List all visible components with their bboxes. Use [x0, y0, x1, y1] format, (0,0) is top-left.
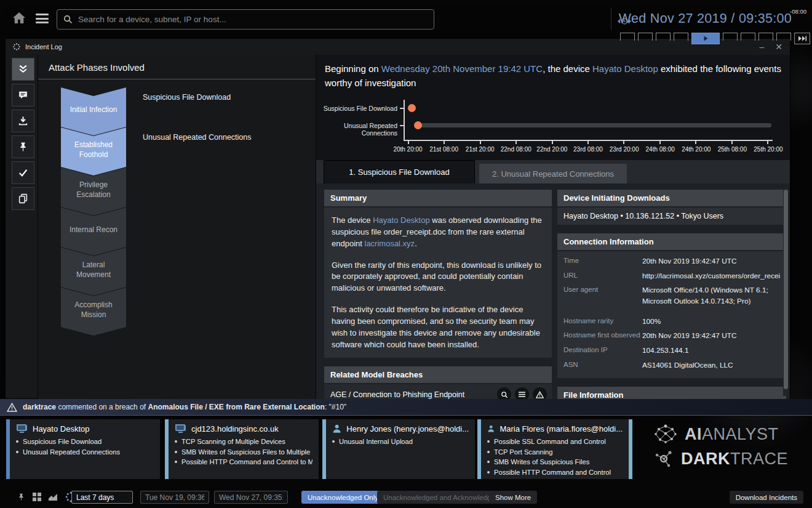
info-row: Time20th Nov 2019 19:42:47 UTC: [557, 254, 786, 269]
play-icon: [703, 36, 709, 41]
playback-button[interactable]: [758, 33, 773, 41]
filter-unacknowledged-only-button[interactable]: Unacknowledged Only: [301, 491, 384, 504]
expand-all-button[interactable]: [12, 58, 34, 81]
info-row: User agentMicrosoft Office/14.0 (Windows…: [557, 283, 786, 308]
playback-controls: [620, 33, 810, 44]
play-button[interactable]: [691, 33, 720, 44]
phase-event-label: Suspicious File Download: [143, 93, 231, 102]
timeline-x-ticks: [408, 141, 768, 144]
user-icon: [487, 424, 495, 433]
breach-notification-bar[interactable]: darktrace commented on a breach of Anoma…: [0, 399, 812, 416]
incident-card-henry-jones[interactable]: Henry Jones (henry.jones@holdi... Unusua…: [322, 419, 475, 479]
related-breaches-header: Related Model Breaches: [324, 366, 552, 383]
breach-details-button[interactable]: [515, 387, 529, 399]
playback-button[interactable]: [741, 33, 755, 41]
darktrace-threat-visualizer: Wed Nov 27 2019 / 09:35:00 -08:00 Incide…: [0, 0, 812, 508]
incident-card-maria-flores[interactable]: Maria Flores (maria.flores@holdi... Poss…: [477, 419, 629, 479]
start-datetime-input[interactable]: [140, 491, 209, 504]
incident-detail-panel: Beginning on Wednesday 20th November 19:…: [316, 55, 790, 399]
endpoint-link[interactable]: lacrimosal.xyz: [365, 239, 415, 248]
incident-card-cjd123[interactable]: cjd123.holdingsinc.co.uk TCP Scanning of…: [165, 419, 319, 479]
playback-button[interactable]: [656, 33, 671, 41]
summary-header: Summary: [324, 190, 552, 206]
acknowledge-button[interactable]: [12, 161, 34, 184]
breach-row[interactable]: AGE / Connection to Phishing Endpoint: [324, 384, 552, 399]
download-button[interactable]: [12, 110, 34, 132]
warning-triangle-icon: [536, 391, 544, 398]
time-range-input[interactable]: [71, 491, 133, 504]
playback-button[interactable]: [674, 33, 688, 41]
scrollbar-thumb[interactable]: [784, 190, 788, 389]
connection-info-header: Connection Information: [557, 233, 786, 250]
card-breach-item: Possible HTTP Command and Control: [487, 467, 623, 478]
show-more-button[interactable]: Show More: [489, 491, 537, 504]
scrollbar-track[interactable]: [783, 188, 789, 396]
download-icon: [18, 116, 28, 126]
desktop-icon: [175, 424, 186, 433]
divider: [611, 8, 611, 30]
file-information-panel: File Information Filenameorder_receipt.d…: [557, 387, 786, 400]
info-row: Hostname rarity100%: [557, 315, 786, 329]
search-breach-button[interactable]: [497, 387, 511, 399]
end-datetime-input[interactable]: [214, 491, 288, 504]
device-link[interactable]: Hayato Desktop: [592, 63, 658, 74]
check-icon: [18, 167, 28, 178]
axis-tick: [400, 108, 404, 109]
timeline-y-axis: [404, 100, 405, 140]
connection-information-panel: Connection Information Time20th Nov 2019…: [557, 233, 786, 378]
pin-button[interactable]: [12, 135, 34, 158]
grid-view-icon[interactable]: [33, 493, 41, 501]
copy-button[interactable]: [12, 187, 34, 210]
pin-icon: [18, 142, 28, 152]
attack-phase-chevrons: Initial Infection Established Foothold P…: [61, 87, 316, 336]
comments-button[interactable]: [12, 84, 34, 107]
card-breach-item: TCP Port Scanning: [487, 447, 623, 458]
skip-to-end-button[interactable]: [794, 33, 810, 44]
card-accent-sliver[interactable]: [629, 419, 632, 479]
timeline-event-dot[interactable]: [408, 104, 416, 112]
card-breach-item: SMB Writes of Suspicious Files: [487, 457, 623, 467]
timeline-duration-bar[interactable]: [417, 123, 771, 127]
incident-time-link[interactable]: Wednesday 20th November 19:42 UTC: [381, 63, 543, 74]
device-initiating-panel: Device Initiating Downloads Hayato Deskt…: [557, 190, 786, 225]
device-link[interactable]: Hayato Desktop: [373, 216, 430, 225]
search-input[interactable]: [78, 15, 428, 24]
card-breach-item: Suspicious File Download: [16, 437, 154, 447]
playback-button[interactable]: [638, 33, 653, 41]
chart-view-icon[interactable]: [48, 493, 58, 501]
window-title: Incident Log: [25, 43, 62, 50]
device-summary-row[interactable]: Hayato Desktop • 10.136.121.52 • Tokyo U…: [557, 208, 786, 225]
card-breach-item: Possible HTTP Command and Control to Mul…: [175, 457, 312, 467]
search-box: [57, 9, 434, 30]
card-breach-item: TCP Scanning of Multiple Devices: [175, 437, 312, 447]
tab-unusual-repeated-connections[interactable]: 2. Unusual Repeated Connections: [479, 164, 627, 183]
bottom-toolbar: Unacknowledged Only Unacknowledged and A…: [0, 486, 812, 508]
timezone-offset: -08:00: [790, 8, 806, 15]
info-row: Hostname first observed20th Nov 2019 19:…: [557, 329, 786, 344]
filter-unacknowledged-and-acknowledged-button[interactable]: Unacknowledged and Acknowledged: [377, 491, 505, 504]
tab-content: Summary The device Hayato Desktop was ob…: [316, 183, 790, 399]
phase-initial-infection[interactable]: Initial Infection: [61, 87, 126, 135]
playback-button[interactable]: [620, 33, 635, 41]
tab-suspicious-file-download[interactable]: 1. Suspicious File Download: [324, 160, 475, 183]
timeline-event-dot[interactable]: [414, 121, 422, 129]
darktrace-logo: DARKTRACE: [653, 446, 788, 471]
incident-card-hayato-desktop[interactable]: Hayato Desktop Suspicious File Download …: [6, 419, 160, 479]
menu-icon[interactable]: [36, 14, 49, 26]
timeline-row-label: Suspicious File Download: [316, 105, 397, 112]
comment-icon: [18, 90, 28, 100]
playback-button[interactable]: [723, 33, 738, 41]
info-row: ASNAS14061 DigitalOcean, LLC: [557, 358, 786, 373]
current-datetime[interactable]: Wed Nov 27 2019 / 09:35:00: [619, 11, 792, 26]
home-icon[interactable]: [12, 12, 26, 24]
playback-button[interactable]: [776, 33, 791, 41]
download-incidents-button[interactable]: Download Incidents: [730, 491, 803, 504]
warning-triangle-icon: [7, 403, 17, 412]
breach-alert-button[interactable]: [533, 387, 547, 399]
user-icon: [332, 424, 341, 433]
menu-lines-icon: [519, 391, 525, 398]
pin-icon[interactable]: [17, 493, 25, 501]
incident-intro: Beginning on Wednesday 20th November 19:…: [325, 62, 784, 90]
copy-icon: [18, 193, 28, 204]
event-tabs: 1. Suspicious File Download 2. Unusual R…: [316, 160, 790, 183]
